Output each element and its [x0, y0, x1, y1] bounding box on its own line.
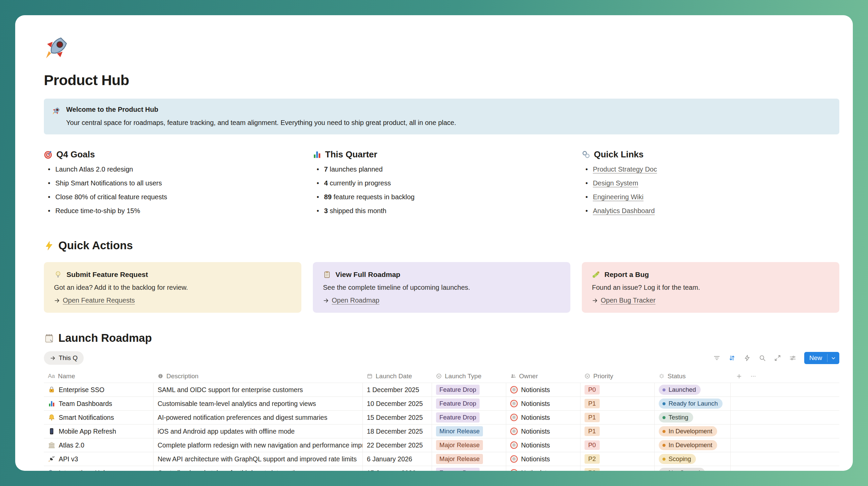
empty-cell[interactable]	[731, 397, 839, 410]
add-column-button[interactable]	[736, 373, 742, 379]
owner-cell[interactable]: Notionists	[506, 452, 580, 466]
page-icon[interactable]	[44, 34, 839, 65]
empty-cell[interactable]	[731, 466, 839, 471]
launch-date-cell[interactable]: 15 January 2026	[363, 466, 432, 471]
status-cell[interactable]: Launched	[655, 383, 731, 397]
description-cell[interactable]: AI-powered notification preferences and …	[154, 411, 363, 424]
status-cell[interactable]: Ready for Launch	[655, 397, 731, 410]
launch-type-cell[interactable]: Feature Drop	[432, 383, 506, 397]
launch-date-cell[interactable]: 22 December 2025	[363, 438, 432, 452]
quick-link[interactable]: Analytics Dashboard	[593, 207, 655, 214]
priority-badge: P0	[585, 440, 600, 450]
expand-icon	[774, 354, 781, 362]
view-tab-this-q[interactable]: This Q	[44, 351, 84, 365]
priority-cell[interactable]: P2	[580, 452, 655, 466]
description-cell[interactable]: New API architecture with GraphQL suppor…	[154, 452, 363, 466]
priority-cell[interactable]: P0	[580, 383, 655, 397]
launch-date-cell[interactable]: 15 December 2025	[363, 411, 432, 424]
empty-cell[interactable]	[731, 411, 839, 424]
name-cell[interactable]: Mobile App Refresh	[44, 425, 154, 438]
target-icon	[44, 150, 53, 159]
launch-date-cell[interactable]: 1 December 2025	[363, 383, 432, 397]
quick-link[interactable]: Design System	[593, 179, 639, 187]
empty-cell[interactable]	[731, 383, 839, 397]
priority-cell[interactable]: P1	[580, 425, 655, 438]
empty-cell[interactable]	[731, 438, 839, 452]
description-cell[interactable]: Centralised marketplace for third-party …	[154, 466, 363, 471]
quick-link[interactable]: Product Strategy Doc	[593, 165, 657, 173]
column-header-priority[interactable]: Priority	[580, 373, 655, 380]
status-cell[interactable]: Testing	[655, 411, 731, 424]
card-body: Found an issue? Log it for the team.	[592, 284, 829, 291]
card-link[interactable]: Open Roadmap	[332, 297, 379, 304]
table-row: Smart Notifications AI-powered notificat…	[44, 411, 839, 425]
priority-cell[interactable]: P2	[580, 466, 655, 471]
launch-type-cell[interactable]: Major Release	[432, 452, 506, 466]
link-icon	[581, 150, 591, 159]
owner-cell[interactable]: Notionists	[506, 383, 580, 397]
new-dropdown-button[interactable]	[828, 352, 839, 364]
expand-button[interactable]	[772, 352, 783, 364]
quick-action-card: View Full Roadmap See the complete timel…	[313, 262, 570, 313]
new-button[interactable]: New	[804, 352, 839, 364]
launch-date-cell[interactable]: 6 January 2026	[363, 452, 432, 466]
priority-cell[interactable]: P1	[580, 397, 655, 410]
description-cell[interactable]: Complete platform redesign with new navi…	[154, 438, 363, 452]
name-cell[interactable]: Atlas 2.0	[44, 438, 154, 452]
priority-badge: P2	[585, 468, 600, 471]
column-header-description[interactable]: Description	[154, 373, 363, 380]
automations-button[interactable]	[741, 352, 753, 364]
zap-icon	[44, 240, 54, 251]
name-cell[interactable]: Team Dashboards	[44, 397, 154, 410]
owner-cell[interactable]: Notionists	[506, 411, 580, 424]
owner-cell[interactable]: Notionists	[506, 466, 580, 471]
owner-cell[interactable]: Notionists	[506, 438, 580, 452]
owner-cell[interactable]: Notionists	[506, 425, 580, 438]
status-badge: Not Started	[659, 468, 705, 471]
list-item: 3 shipped this month	[317, 206, 570, 215]
status-cell[interactable]: In Development	[655, 438, 731, 452]
name-cell[interactable]: Integrations Hub	[44, 466, 154, 471]
column-header-launch-date[interactable]: Launch Date	[363, 373, 432, 380]
view-settings-button[interactable]	[787, 352, 798, 364]
launch-type-badge: Feature Drop	[436, 385, 480, 394]
priority-cell[interactable]: P0	[580, 438, 655, 452]
column-header-owner[interactable]: Owner	[506, 373, 580, 380]
launch-type-cell[interactable]: Feature Drop	[432, 466, 506, 471]
card-title: Submit Feature Request	[66, 271, 148, 279]
description-cell[interactable]: SAML and OIDC support for enterprise cus…	[154, 383, 363, 397]
column-header-status[interactable]: Status	[655, 373, 731, 380]
card-link[interactable]: Open Bug Tracker	[601, 297, 655, 304]
callout-body: Your central space for roadmaps, feature…	[66, 118, 456, 127]
launch-date-cell[interactable]: 10 December 2025	[363, 397, 432, 410]
name-cell[interactable]: Enterprise SSO	[44, 383, 154, 397]
card-title: View Full Roadmap	[335, 271, 400, 279]
launch-type-cell[interactable]: Feature Drop	[432, 397, 506, 410]
quick-links-heading: Quick Links	[581, 149, 839, 160]
filter-button[interactable]	[711, 352, 723, 364]
launch-date-cell[interactable]: 18 December 2025	[363, 425, 432, 438]
owner-cell[interactable]: Notionists	[506, 397, 580, 410]
launch-type-cell[interactable]: Major Release	[432, 438, 506, 452]
empty-cell[interactable]	[731, 425, 839, 438]
priority-cell[interactable]: P1	[580, 411, 655, 424]
sort-button[interactable]	[726, 352, 738, 364]
status-dot	[662, 388, 666, 391]
status-cell[interactable]: In Development	[655, 425, 731, 438]
quick-link[interactable]: Engineering Wiki	[593, 193, 644, 201]
name-cell[interactable]: API v3	[44, 452, 154, 466]
launch-type-cell[interactable]: Minor Release	[432, 425, 506, 438]
description-cell[interactable]: iOS and Android app updates with offline…	[154, 425, 363, 438]
search-button[interactable]	[757, 352, 768, 364]
empty-cell[interactable]	[731, 452, 839, 466]
table-options-button[interactable]	[750, 373, 756, 379]
priority-badge: P1	[585, 427, 600, 436]
card-link[interactable]: Open Feature Requests	[63, 297, 135, 304]
launch-type-cell[interactable]: Feature Drop	[432, 411, 506, 424]
column-header-launch-type[interactable]: Launch Type	[432, 373, 506, 380]
status-cell[interactable]: Scoping	[655, 452, 731, 466]
status-cell[interactable]: Not Started	[655, 466, 731, 471]
column-header-name[interactable]: Aa Name	[44, 373, 154, 380]
name-cell[interactable]: Smart Notifications	[44, 411, 154, 424]
description-cell[interactable]: Customisable team-level analytics and re…	[154, 397, 363, 410]
